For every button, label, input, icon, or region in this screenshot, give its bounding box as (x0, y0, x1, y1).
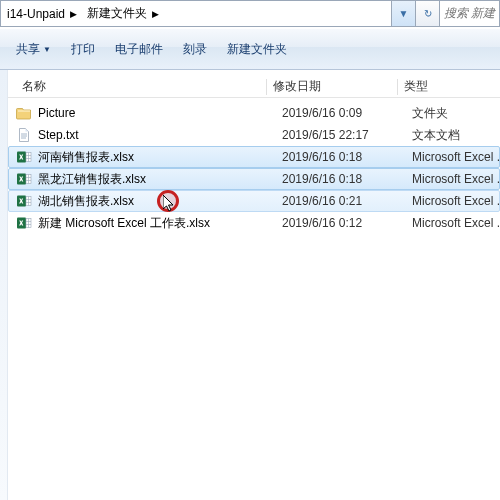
folder-icon (16, 105, 32, 121)
file-row[interactable]: 黑龙江销售报表.xlsx2019/6/16 0:18Microsoft Exce… (8, 168, 500, 190)
file-type: Microsoft Excel ... (412, 194, 499, 208)
file-name: 新建 Microsoft Excel 工作表.xlsx (38, 215, 282, 232)
history-dropdown-button[interactable]: ▼ (392, 0, 416, 27)
file-name: 黑龙江销售报表.xlsx (38, 171, 282, 188)
file-date: 2019/6/16 0:18 (282, 150, 412, 164)
content-area: 名称 修改日期 类型 Picture2019/6/16 0:09文件夹Step.… (0, 70, 500, 500)
breadcrumb-label: i14-Unpaid (7, 7, 65, 21)
breadcrumb-part-1[interactable]: i14-Unpaid▶ (1, 1, 81, 26)
column-name[interactable]: 名称 (8, 78, 266, 95)
caret-down-icon: ▼ (43, 45, 51, 54)
txt-icon (16, 127, 32, 143)
toolbar-label: 新建文件夹 (227, 41, 287, 58)
file-name: Picture (38, 106, 282, 120)
file-name: 河南销售报表.xlsx (38, 149, 282, 166)
breadcrumb-part-2[interactable]: 新建文件夹▶ (81, 1, 163, 26)
toolbar-label: 电子邮件 (115, 41, 163, 58)
email-button[interactable]: 电子邮件 (105, 35, 173, 64)
file-date: 2019/6/16 0:18 (282, 172, 412, 186)
file-row[interactable]: 河南销售报表.xlsx2019/6/16 0:18Microsoft Excel… (8, 146, 500, 168)
toolbar-label: 打印 (71, 41, 95, 58)
print-button[interactable]: 打印 (61, 35, 105, 64)
column-headers: 名称 修改日期 类型 (8, 70, 500, 98)
toolbar-label: 共享 (16, 41, 40, 58)
file-row[interactable]: Step.txt2019/6/15 22:17文本文档 (8, 124, 500, 146)
file-rows: Picture2019/6/16 0:09文件夹Step.txt2019/6/1… (8, 98, 500, 234)
column-date[interactable]: 修改日期 (267, 78, 397, 95)
file-row[interactable]: 湖北销售报表.xlsx2019/6/16 0:21Microsoft Excel… (8, 190, 500, 212)
file-date: 2019/6/15 22:17 (282, 128, 412, 142)
new-folder-button[interactable]: 新建文件夹 (217, 35, 297, 64)
breadcrumb[interactable]: i14-Unpaid▶ 新建文件夹▶ (0, 0, 392, 27)
xlsx-icon (16, 215, 32, 231)
file-name: 湖北销售报表.xlsx (38, 193, 282, 210)
file-date: 2019/6/16 0:12 (282, 216, 412, 230)
refresh-button[interactable]: ↻ (416, 0, 440, 27)
search-input[interactable]: 搜索 新建 (440, 0, 500, 27)
file-row[interactable]: Picture2019/6/16 0:09文件夹 (8, 102, 500, 124)
file-type: Microsoft Excel ... (412, 150, 499, 164)
address-nav: ▼ ↻ (392, 0, 440, 27)
nav-pane-edge (0, 70, 8, 500)
chevron-right-icon: ▶ (67, 9, 77, 19)
xlsx-icon (16, 193, 32, 209)
address-bar: i14-Unpaid▶ 新建文件夹▶ ▼ ↻ 搜索 新建 (0, 0, 500, 28)
toolbar: 共享▼ 打印 电子邮件 刻录 新建文件夹 (0, 28, 500, 70)
file-type: Microsoft Excel ... (412, 216, 500, 230)
file-type: 文本文档 (412, 127, 500, 144)
burn-button[interactable]: 刻录 (173, 35, 217, 64)
file-type: 文件夹 (412, 105, 500, 122)
file-row[interactable]: 新建 Microsoft Excel 工作表.xlsx2019/6/16 0:1… (8, 212, 500, 234)
chevron-right-icon: ▶ (149, 9, 159, 19)
file-type: Microsoft Excel ... (412, 172, 499, 186)
file-list-pane[interactable]: 名称 修改日期 类型 Picture2019/6/16 0:09文件夹Step.… (8, 70, 500, 500)
share-button[interactable]: 共享▼ (6, 35, 61, 64)
file-name: Step.txt (38, 128, 282, 142)
xlsx-icon (16, 171, 32, 187)
toolbar-label: 刻录 (183, 41, 207, 58)
file-date: 2019/6/16 0:09 (282, 106, 412, 120)
file-date: 2019/6/16 0:21 (282, 194, 412, 208)
column-type[interactable]: 类型 (398, 78, 500, 95)
xlsx-icon (16, 149, 32, 165)
breadcrumb-label: 新建文件夹 (87, 5, 147, 22)
